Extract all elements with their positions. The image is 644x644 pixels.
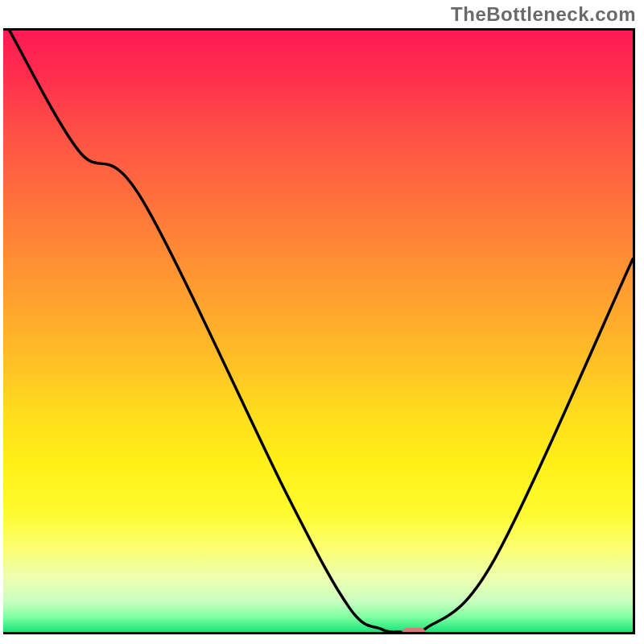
optimal-marker bbox=[402, 628, 426, 634]
bottleneck-curve bbox=[3, 31, 633, 632]
plot-area bbox=[3, 28, 635, 634]
bottleneck-curve-path bbox=[10, 31, 633, 632]
watermark-text: TheBottleneck.com bbox=[451, 3, 636, 26]
chart-container: TheBottleneck.com bbox=[0, 0, 644, 644]
